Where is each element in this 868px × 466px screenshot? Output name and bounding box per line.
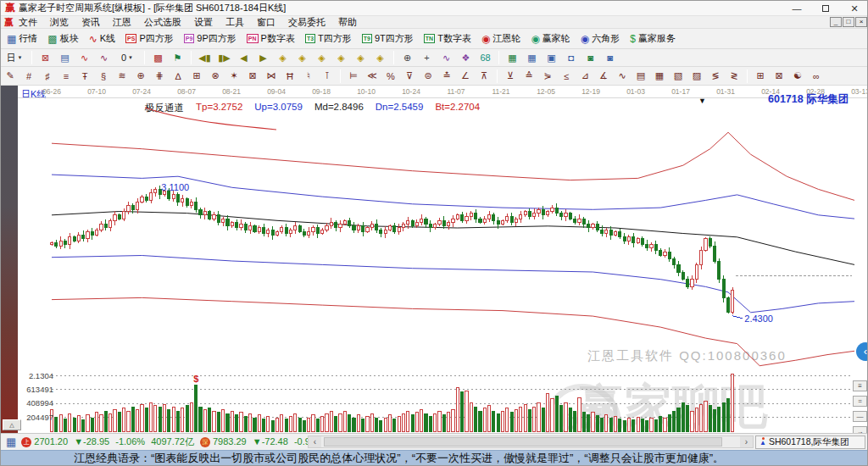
panel-side-button-2[interactable]: — xyxy=(853,411,867,422)
maximize-button[interactable] xyxy=(811,1,840,16)
draw-tool-0-5[interactable]: § xyxy=(95,69,112,84)
minimize-button[interactable]: — xyxy=(782,1,811,16)
nav-jump-last-button[interactable]: ▮▶ xyxy=(215,50,233,65)
nav-zigzag-tool-button[interactable]: ∿ xyxy=(437,50,455,65)
draw-tool-2-10[interactable]: ▨ xyxy=(688,69,705,84)
draw-tool-3-0[interactable]: ⊞ xyxy=(752,69,769,84)
draw-tool-0-0[interactable]: ✎ xyxy=(2,69,19,84)
nav-diamond-nav-5-button[interactable]: ◈ xyxy=(352,50,370,65)
draw-tool-2-6[interactable]: ∿ xyxy=(614,69,631,84)
draw-tool-2-12[interactable]: ≷ xyxy=(726,69,743,84)
nav-diamond-nav-2-button[interactable]: ◈ xyxy=(293,50,311,65)
toolbar-winner-service-button[interactable]: $赢家服务 xyxy=(626,31,680,47)
toolbar-t-square-button[interactable]: T3T四方形 xyxy=(301,31,356,47)
draw-tool-0-2[interactable]: ♯ xyxy=(39,69,56,84)
scroll-left-arrow[interactable]: ‹ xyxy=(309,436,321,447)
draw-tool-2-9[interactable]: ▧ xyxy=(670,69,687,84)
nav-wave-small-button[interactable]: ∿ xyxy=(75,50,93,65)
nav-info-list-button[interactable]: ▤ xyxy=(56,50,74,65)
draw-tool-1-1[interactable]: ≪ xyxy=(364,69,381,84)
draw-tool-0-9[interactable]: ∆ xyxy=(170,69,186,84)
draw-tool-2-4[interactable]: ⊿ xyxy=(576,69,593,84)
menu-item-9[interactable]: 帮助 xyxy=(338,16,357,29)
draw-tool-2-8[interactable]: ▦ xyxy=(651,69,668,84)
nav-close-pattern-button[interactable]: ⊠ xyxy=(36,50,54,65)
menu-item-7[interactable]: 窗口 xyxy=(257,16,275,29)
close-button[interactable]: ✕ xyxy=(840,1,868,16)
draw-tool-0-7[interactable]: ⊕ xyxy=(132,69,149,84)
draw-tool-1-7[interactable]: ⊼ xyxy=(476,69,492,84)
toolbar-kline-button[interactable]: ∿K线 xyxy=(85,31,120,47)
nav-save-disk-button[interactable]: ◘ xyxy=(562,50,580,65)
toolbar-winner-wheel-button[interactable]: ◉赢家轮 xyxy=(526,31,574,47)
nav-step-back-button[interactable]: ◀ xyxy=(235,50,253,65)
nav-code-68-button[interactable]: 68 xyxy=(476,50,494,65)
draw-tool-0-10[interactable]: ⊞ xyxy=(188,69,205,84)
draw-tool-0-13[interactable]: ⊠ xyxy=(244,69,261,84)
nav-monitor-button[interactable]: ▣ xyxy=(542,50,560,65)
nav-diamond-nav-4-button[interactable]: ◈ xyxy=(332,50,350,65)
draw-tool-1-0[interactable]: ⊨ xyxy=(345,69,362,84)
draw-tool-2-0[interactable]: ⊻ xyxy=(502,69,519,84)
nav-period-selector-button[interactable]: 日▼ xyxy=(2,50,27,65)
toolbar-9t-square-button[interactable]: T99T四方形 xyxy=(358,31,418,47)
menu-item-4[interactable]: 公式选股 xyxy=(144,16,181,29)
draw-tool-0-3[interactable]: ≡ xyxy=(58,69,75,84)
panel-side-button-1[interactable]: = xyxy=(853,396,867,407)
quote-grid-icon[interactable]: ▦ xyxy=(6,435,16,448)
draw-tool-0-16[interactable]: ♮ xyxy=(300,69,317,84)
panel-side-button-0[interactable]: ≡ xyxy=(853,380,867,391)
nav-step-forward-button[interactable]: ▶ xyxy=(254,50,272,65)
draw-tool-0-11[interactable]: ⊗ xyxy=(207,69,224,84)
panel-side-button-3[interactable]: → xyxy=(853,426,867,433)
nav-wave-alt-button[interactable]: ∿ xyxy=(95,50,113,65)
nav-diamond-nav-6-button[interactable]: ◈ xyxy=(371,50,389,65)
draw-tool-2-11[interactable]: ≶ xyxy=(707,69,724,84)
menu-item-5[interactable]: 设置 xyxy=(194,16,213,29)
menu-item-6[interactable]: 工具 xyxy=(225,16,244,29)
nav-calendar-button[interactable]: ▦ xyxy=(504,50,521,65)
mdi-control-1[interactable]: □ xyxy=(843,17,854,27)
mdi-control-2[interactable]: × xyxy=(855,17,867,27)
nav-jump-first-button[interactable]: ◀▮ xyxy=(196,50,214,65)
nav-calculator-button[interactable]: ▦ xyxy=(523,50,541,65)
draw-tool-0-1[interactable]: # xyxy=(20,69,37,84)
toolbar-hexagon-button[interactable]: ◉六角形 xyxy=(576,31,624,47)
draw-tool-1-4[interactable]: ⊜ xyxy=(420,69,437,84)
menu-item-1[interactable]: 浏览 xyxy=(50,16,69,29)
draw-tool-3-3[interactable]: ∞ xyxy=(808,69,825,84)
toolbar-gann-wheel-button[interactable]: ◉江恩轮 xyxy=(477,31,525,47)
nav-crosshair-tool-button[interactable]: + xyxy=(418,50,436,65)
nav-marks-tool-button[interactable]: ❖ xyxy=(457,50,475,65)
nav-lattice-toggle-button[interactable]: ▩ xyxy=(149,50,167,65)
draw-tool-0-17[interactable]: ⊺ xyxy=(319,69,336,84)
draw-tool-2-5[interactable]: ∡ xyxy=(595,69,612,84)
draw-tool-2-7[interactable]: ▤ xyxy=(632,69,649,84)
nav-diamond-nav-1-button[interactable]: ◈ xyxy=(274,50,292,65)
toolbar-p-number-table-button[interactable]: PNP数字表 xyxy=(242,31,299,47)
toolbar-t-number-table-button[interactable]: TNT数字表 xyxy=(420,31,476,47)
draw-tool-2-1[interactable]: ≙ xyxy=(520,69,537,84)
mdi-control-0[interactable]: _ xyxy=(830,17,842,27)
draw-tool-0-12[interactable]: ✶ xyxy=(225,69,242,84)
draw-tool-0-6[interactable]: ≋ xyxy=(114,69,131,84)
draw-tool-1-3[interactable]: ⊽ xyxy=(401,69,418,84)
nav-diamond-nav-3-button[interactable]: ◈ xyxy=(313,50,331,65)
toolbar-p-square-button[interactable]: PSP四方形 xyxy=(121,31,178,47)
toolbar-sectors-button[interactable]: ▩板块 xyxy=(43,31,82,47)
draw-tool-0-8[interactable]: ⋕ xyxy=(151,69,168,84)
nav-flag-marker-button[interactable]: ⚑ xyxy=(169,50,186,65)
draw-tool-1-2[interactable]: % xyxy=(382,69,399,84)
menu-item-8[interactable]: 交易委托 xyxy=(288,16,326,29)
draw-tool-0-14[interactable]: ⋈ xyxy=(263,69,280,84)
menu-item-0[interactable]: 文件 xyxy=(19,16,37,29)
nav-net-export-button[interactable]: ◙ xyxy=(581,50,599,65)
menu-item-3[interactable]: 江恩 xyxy=(113,16,131,29)
draw-tool-0-15[interactable]: Ħ xyxy=(281,69,298,84)
draw-tool-2-2[interactable]: ⋟ xyxy=(539,69,556,84)
menu-item-2[interactable]: 资讯 xyxy=(81,16,100,29)
draw-tool-3-2[interactable]: ☯ xyxy=(789,69,806,84)
draw-tool-1-5[interactable]: ≛ xyxy=(438,69,455,84)
scroll-right-arrow[interactable]: › xyxy=(740,436,753,447)
draw-tool-1-6[interactable]: ∠ xyxy=(457,69,474,84)
